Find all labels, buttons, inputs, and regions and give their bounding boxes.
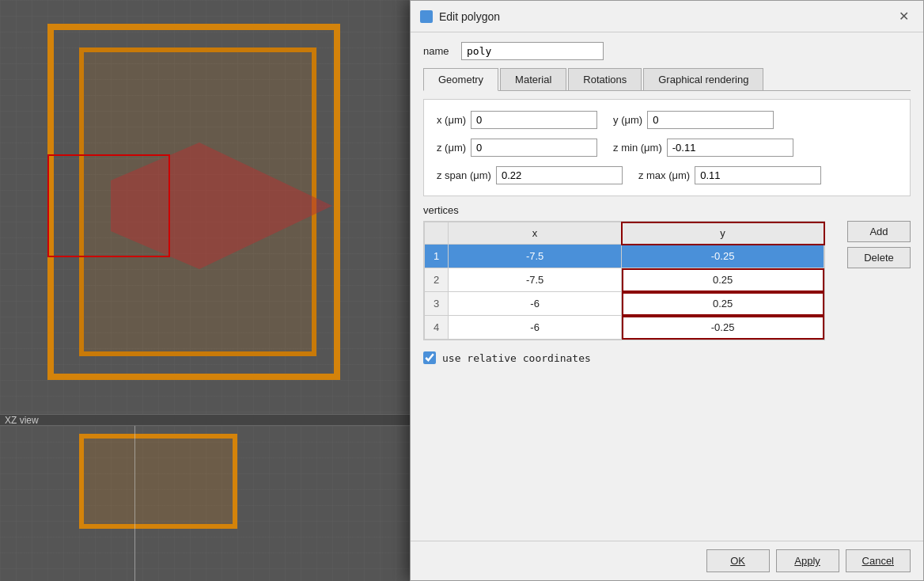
name-label: name (423, 45, 455, 57)
add-button[interactable]: Add (847, 221, 911, 242)
x-input[interactable] (471, 111, 597, 129)
row-num-1: 1 (425, 245, 449, 268)
y-field-group: y (μm) (613, 111, 774, 129)
xy-row: x (μm) y (μm) (437, 111, 897, 129)
col-header-x: x (449, 222, 622, 245)
ok-button[interactable]: OK (706, 549, 770, 572)
table-row[interactable]: 3 -6 0.25 (425, 292, 824, 316)
row-num-4: 4 (425, 316, 449, 340)
x-label: x (μm) (437, 114, 466, 126)
dialog-footer: OK Apply Cancel (411, 541, 923, 580)
row2-x[interactable]: -7.5 (449, 268, 622, 292)
red-outline-box (47, 154, 170, 257)
view-divider: XZ view (0, 414, 411, 426)
table-row[interactable]: 4 -6 -0.25 (425, 316, 824, 340)
z-input[interactable] (471, 139, 597, 157)
zspan-input[interactable] (496, 166, 623, 184)
zmax-input[interactable] (695, 166, 821, 184)
orange-bottom-rect (79, 434, 237, 529)
vertices-section: vertices x y (423, 204, 911, 340)
vertices-container: x y 1 -7.5 -0.25 (423, 221, 911, 340)
cancel-button[interactable]: Cancel (846, 549, 911, 572)
bottom-view (0, 426, 411, 581)
z-label: z (μm) (437, 142, 466, 154)
xz-view-label: XZ view (5, 415, 39, 426)
row2-y[interactable]: 0.25 (622, 268, 824, 292)
z-field-group: z (μm) (437, 139, 597, 157)
zmin-input[interactable] (667, 139, 793, 157)
dialog-title-left: Edit polygon (420, 10, 500, 23)
edit-polygon-dialog: Edit polygon ✕ name Geometry Material Ro… (410, 0, 924, 581)
tab-graphical-rendering[interactable]: Graphical rendering (643, 68, 763, 90)
vertices-label: vertices (423, 204, 911, 216)
tabs-row: Geometry Material Rotations Graphical re… (423, 68, 911, 91)
row-num-3: 3 (425, 292, 449, 316)
use-relative-label: use relative coordinates (442, 352, 591, 364)
zmax-field-group: z max (μm) (638, 166, 821, 184)
geometry-section: x (μm) y (μm) z (μm) z min (μm) (423, 99, 911, 196)
row3-y[interactable]: 0.25 (622, 292, 824, 316)
vertices-table-wrapper: x y 1 -7.5 -0.25 (423, 221, 825, 340)
zmin-field-group: z min (μm) (613, 139, 793, 157)
y-input[interactable] (647, 111, 774, 129)
tab-geometry[interactable]: Geometry (423, 68, 498, 91)
close-button[interactable]: ✕ (894, 7, 914, 25)
x-field-group: x (μm) (437, 111, 597, 129)
top-view (0, 0, 411, 414)
z-zmin-row: z (μm) z min (μm) (437, 139, 897, 157)
tab-material[interactable]: Material (500, 68, 566, 90)
table-row[interactable]: 2 -7.5 0.25 (425, 268, 824, 292)
zspan-field-group: z span (μm) (437, 166, 623, 184)
name-row: name (423, 42, 911, 60)
table-row[interactable]: 1 -7.5 -0.25 (425, 245, 824, 268)
delete-button[interactable]: Delete (847, 247, 911, 268)
row4-x[interactable]: -6 (449, 316, 622, 340)
col-header-y: y (622, 222, 824, 245)
vertical-line (134, 426, 135, 581)
col-header-row (425, 222, 449, 245)
polygon-icon (420, 10, 433, 23)
row3-x[interactable]: -6 (449, 292, 622, 316)
zmin-label: z min (μm) (613, 142, 662, 154)
dialog-body: name Geometry Material Rotations Graphic… (411, 32, 923, 541)
tab-rotations[interactable]: Rotations (568, 68, 642, 90)
row-num-2: 2 (425, 268, 449, 292)
use-relative-checkbox[interactable] (423, 351, 436, 364)
row4-y[interactable]: -0.25 (622, 316, 824, 340)
vtable-actions: Add Delete (847, 221, 911, 268)
zmax-label: z max (μm) (638, 169, 690, 181)
dialog-title: Edit polygon (439, 10, 500, 23)
y-label: y (μm) (613, 114, 642, 126)
zspan-zmax-row: z span (μm) z max (μm) (437, 166, 897, 184)
apply-button[interactable]: Apply (776, 549, 839, 572)
use-relative-row: use relative coordinates (423, 351, 911, 364)
name-input[interactable] (461, 42, 604, 60)
vertices-table: x y 1 -7.5 -0.25 (424, 222, 824, 340)
zspan-label: z span (μm) (437, 169, 491, 181)
dialog-titlebar: Edit polygon ✕ (411, 1, 923, 32)
row1-x[interactable]: -7.5 (449, 245, 622, 268)
row1-y[interactable]: -0.25 (622, 245, 824, 268)
